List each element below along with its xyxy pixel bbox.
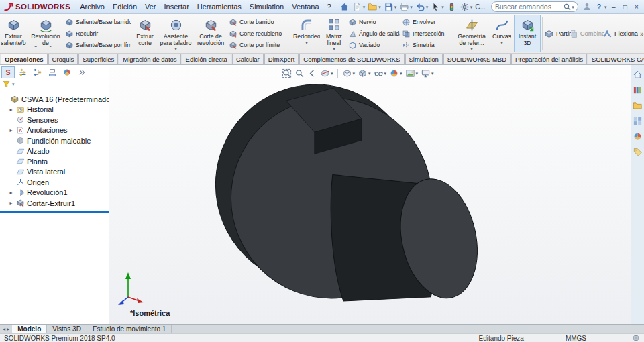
tab-solidworks-cam[interactable]: SOLIDWORKS CAM: [588, 54, 644, 64]
menu-herramientas[interactable]: Herramientas: [193, 1, 246, 12]
custom-button[interactable]: C...: [474, 3, 487, 11]
tab-complementos-de-solidworks[interactable]: Complementos de SOLIDWORKS: [299, 54, 404, 64]
ribbon-button-combinar[interactable]: Combinar: [571, 15, 604, 52]
design-library-button[interactable]: [633, 85, 643, 95]
ribbon-button-redondeo[interactable]: Redondeo▾: [292, 15, 321, 52]
ribbon-button-saliente-base-barrido[interactable]: Saliente/Base barrido: [65, 17, 131, 27]
resources-button[interactable]: [633, 70, 643, 80]
tab-calcular[interactable]: Calcular: [232, 54, 264, 64]
command-search[interactable]: ▾: [491, 1, 578, 12]
new-document-button[interactable]: ▾: [351, 1, 367, 13]
menu-ventana[interactable]: Ventana: [288, 1, 323, 12]
ribbon-button-nervio[interactable]: Nervio: [348, 17, 400, 27]
ribbon-button-saliente-base-por-límite[interactable]: Saliente/Base por límite: [65, 40, 131, 50]
ribbon-button-curvas[interactable]: Curvas▾: [490, 15, 514, 52]
user-button[interactable]: [581, 1, 593, 12]
model-tabs-scroll-buttons[interactable]: ◂ ▸: [0, 325, 12, 333]
menu-simulation[interactable]: Simulation: [246, 1, 288, 12]
ribbon-overflow-button[interactable]: »: [638, 30, 644, 38]
zoom-area-button[interactable]: [294, 68, 305, 79]
expander-icon[interactable]: ▸: [8, 107, 14, 113]
view-orientation-button[interactable]: ▾: [341, 68, 356, 79]
model-canvas[interactable]: [109, 65, 631, 324]
tab-operaciones[interactable]: Operaciones: [1, 54, 48, 64]
tree-item-planta[interactable]: Planta: [8, 156, 109, 167]
tree-item-origen[interactable]: Origen: [8, 177, 109, 188]
previous-view-button[interactable]: [307, 68, 318, 79]
tree-item-sensores[interactable]: Sensores: [8, 115, 109, 125]
menu-help[interactable]: ?: [323, 1, 335, 12]
menu-archivo[interactable]: Archivo: [76, 1, 109, 12]
section-view-button[interactable]: ▾: [319, 68, 334, 79]
ribbon-button-corte-barrido[interactable]: Corte barrido: [229, 17, 292, 27]
save-button[interactable]: ▾: [382, 1, 398, 13]
menu-insertar[interactable]: Insertar: [160, 1, 193, 12]
tab-migración-de-datos[interactable]: Migración de datos: [119, 54, 180, 64]
expander-icon[interactable]: ▸: [8, 190, 14, 196]
ribbon-button-asistente-para-taladro[interactable]: Asistente para taladro▾: [158, 15, 193, 52]
search-input[interactable]: [495, 3, 563, 11]
tree-item-vista-lateral[interactable]: Vista lateral: [8, 167, 109, 178]
tab-preparación-del-análisis[interactable]: Preparación del análisis: [511, 54, 587, 64]
graphics-area[interactable]: ▾▾▾▾▾▾▾ *Isométrica: [109, 65, 631, 324]
tree-item-historial[interactable]: ▸Historial: [8, 105, 109, 115]
close-button[interactable]: ×: [631, 2, 642, 12]
view-palette-button[interactable]: [633, 116, 643, 126]
display-style-button[interactable]: ▾: [357, 68, 372, 79]
file-explorer-button[interactable]: [633, 101, 643, 111]
custom-properties-button[interactable]: [633, 147, 643, 157]
featuremanager-tab[interactable]: S: [1, 66, 15, 78]
help-button[interactable]: ?▾: [593, 1, 608, 12]
tab-edición-directa[interactable]: Edición directa: [182, 54, 231, 64]
restore-button[interactable]: □: [619, 2, 631, 12]
ribbon-button-corte-recubierto[interactable]: Corte recubierto: [229, 28, 292, 39]
panel-filter[interactable]: ▾: [0, 79, 109, 91]
ribbon-button-partir[interactable]: Partir: [544, 15, 571, 52]
part-body[interactable]: [215, 84, 488, 305]
ribbon-button-corte-por-límite[interactable]: Corte por límite: [229, 40, 292, 50]
ribbon-button-revolución-de-saliente-base[interactable]: Revolución de saliente/base: [27, 15, 64, 52]
ribbon-button-recubrir[interactable]: Recubrir: [65, 28, 131, 39]
tree-item-alzado[interactable]: Alzado: [8, 146, 109, 157]
edit-appearance-button[interactable]: ▾: [388, 68, 403, 79]
ribbon-button-flexionar[interactable]: Flexionar: [604, 15, 638, 52]
tree-item-fundición-maleable[interactable]: Fundición maleable: [8, 135, 109, 146]
rebuild-button[interactable]: [445, 1, 458, 13]
rollback-bar[interactable]: [0, 211, 109, 213]
propertymanager-tab[interactable]: [16, 66, 30, 78]
menu-edición[interactable]: Edición: [109, 1, 141, 12]
tree-item-revolución1[interactable]: ▸Revolución1: [8, 188, 109, 198]
minimize-button[interactable]: –: [608, 2, 619, 12]
open-button[interactable]: ▾: [366, 1, 382, 13]
print-button[interactable]: ▾: [398, 1, 414, 13]
ribbon-button-matriz-lineal[interactable]: Matriz lineal▾: [321, 15, 347, 52]
ribbon-button-simetría[interactable]: Simetría: [402, 40, 453, 50]
apply-scene-button[interactable]: ▾: [405, 68, 419, 79]
expander-icon[interactable]: ▸: [8, 127, 14, 133]
home-button[interactable]: [338, 1, 351, 13]
ribbon-button-instant-3d[interactable]: Instant 3D: [514, 15, 541, 52]
tab-dimxpert[interactable]: DimXpert: [264, 54, 299, 64]
expander-icon[interactable]: ▸: [8, 200, 14, 206]
hide-show-items-button[interactable]: ▾: [373, 68, 388, 79]
ribbon-button-geometría-de-refer[interactable]: Geometría de refer...▾: [453, 15, 490, 52]
ribbon-button-extruir-saliente-base[interactable]: Extruir saliente/base: [0, 15, 27, 52]
appearances-button[interactable]: [633, 131, 643, 141]
tab-solidworks-mbd[interactable]: SOLIDWORKS MBD: [443, 54, 511, 64]
configurationmanager-tab[interactable]: [31, 66, 44, 78]
tab-superficies[interactable]: Superficies: [78, 54, 118, 64]
panel-overflow-tab[interactable]: [75, 66, 89, 78]
dimxpertmanager-tab[interactable]: [46, 66, 59, 78]
tab-simulation[interactable]: Simulation: [405, 54, 443, 64]
ribbon-button-vaciado[interactable]: Vaciado: [348, 40, 400, 50]
ribbon-button-ángulo-de-salida[interactable]: Ángulo de salida: [348, 28, 400, 39]
ribbon-button-envolver[interactable]: Envolver: [402, 17, 453, 27]
status-web[interactable]: [632, 334, 640, 342]
select-button[interactable]: ▾: [429, 1, 445, 13]
tree-item-cortar-extruir1[interactable]: ▸Cortar-Extruir1: [8, 198, 109, 209]
tab-croquis[interactable]: Croquis: [48, 54, 78, 64]
undo-button[interactable]: ▾: [414, 1, 430, 13]
model-tab-vistas-3d[interactable]: Vistas 3D: [47, 325, 87, 333]
view-settings-button[interactable]: ▾: [420, 68, 435, 79]
tree-root[interactable]: CSWA 16 (Predeterminado<<Predete: [2, 94, 109, 105]
